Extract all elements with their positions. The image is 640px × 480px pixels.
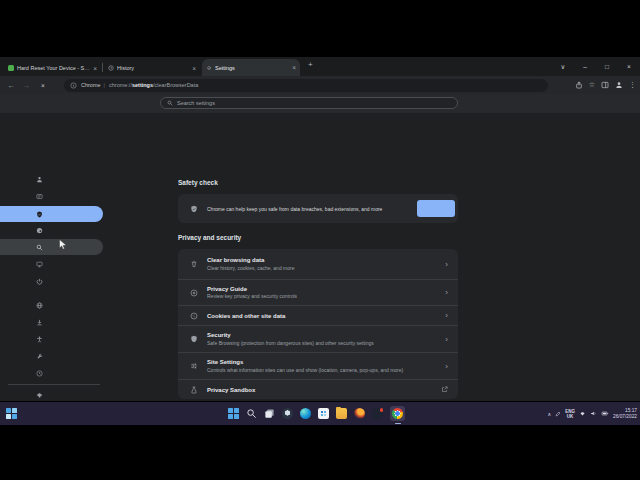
firefox-icon[interactable] — [354, 408, 365, 419]
store-icon[interactable] — [318, 408, 329, 419]
row-privacy-sandbox[interactable]: Privacy Sandbox — [178, 379, 458, 399]
volume-icon[interactable] — [590, 410, 597, 417]
flask-icon — [190, 386, 198, 394]
address-bar[interactable]: Chrome | chrome://settings/clearBrowserD… — [64, 79, 548, 92]
settings-content: Safety check Chrome can help keep you sa… — [0, 113, 640, 401]
row-security[interactable]: Security Safe Browsing (protection from … — [178, 325, 458, 352]
sidebar-item-search-engine[interactable] — [0, 239, 103, 255]
privacy-shield-icon[interactable] — [36, 211, 43, 218]
taskbar-tray: ∧ ENG UK 15:17 26/07/2022 — [548, 402, 637, 425]
battery-icon[interactable] — [601, 410, 609, 417]
widgets-icon[interactable] — [6, 408, 17, 419]
row-clear-browsing-data[interactable]: Clear browsing data Clear history, cooki… — [178, 249, 458, 279]
forward-icon[interactable]: → — [22, 81, 30, 90]
you-and-google-icon[interactable] — [36, 176, 43, 183]
autofill-icon[interactable] — [36, 193, 43, 200]
chrome-icon — [392, 408, 403, 419]
row-title: Site Settings — [207, 359, 445, 365]
info-icon[interactable] — [70, 82, 77, 89]
edge-icon[interactable] — [300, 408, 311, 419]
tab-search-icon[interactable]: ∨ — [552, 63, 574, 71]
close-tab-icon[interactable]: × — [292, 64, 296, 71]
tab-settings[interactable]: Settings × — [202, 59, 300, 76]
system-wrench-icon[interactable] — [36, 353, 43, 360]
search-engine-icon[interactable] — [36, 244, 43, 251]
row-cookies[interactable]: Cookies and other site data › — [178, 305, 458, 325]
safety-check-row: Chrome can help keep you safe from data … — [178, 194, 458, 223]
section-heading-privacy: Privacy and security — [178, 234, 241, 241]
chrome-taskbar-item[interactable] — [390, 406, 405, 421]
settings-search-strip: Search settings — [0, 94, 640, 113]
close-tab-icon[interactable]: × — [93, 65, 97, 72]
close-tab-icon[interactable]: × — [192, 65, 196, 72]
trash-icon — [190, 260, 198, 268]
url-divider: | — [104, 82, 105, 88]
privacy-card: Clear browsing data Clear history, cooki… — [178, 249, 458, 399]
tab-history[interactable]: History × — [104, 60, 200, 76]
tray-chevron-up-icon[interactable]: ∧ — [548, 411, 552, 417]
new-tab-button[interactable]: + — [308, 61, 313, 69]
media-app-icon[interactable] — [372, 408, 383, 419]
tune-sliders-icon — [190, 362, 198, 370]
on-startup-power-icon[interactable] — [36, 278, 43, 285]
task-view-icon[interactable] — [264, 408, 275, 419]
accessibility-icon[interactable] — [36, 336, 43, 343]
search-icon — [167, 100, 173, 106]
clock-date: 26/07/2022 — [613, 414, 637, 420]
check-now-button[interactable] — [417, 200, 455, 217]
clock-icon — [108, 65, 114, 71]
back-icon[interactable]: ← — [7, 81, 15, 90]
row-subtitle: Controls what information sites can use … — [207, 367, 445, 373]
appearance-icon[interactable] — [36, 227, 43, 234]
safety-check-description: Chrome can help keep you safe from data … — [207, 206, 412, 212]
tab-strip: Hard Reset Your Device - Samsu × History… — [0, 57, 640, 76]
minimize-button[interactable]: – — [574, 63, 596, 70]
taskbar-search-icon[interactable] — [246, 408, 257, 419]
row-title: Privacy Guide — [207, 286, 445, 292]
tab-hard-reset[interactable]: Hard Reset Your Device - Samsu × — [4, 60, 101, 76]
shield-check-icon — [190, 205, 198, 213]
language-indicator[interactable]: ENG UK — [565, 409, 575, 419]
settings-search-input[interactable]: Search settings — [160, 97, 458, 109]
search-placeholder: Search settings — [177, 100, 215, 106]
toolbar-actions: ☆ ⋮ — [575, 78, 636, 92]
bookmark-star-icon[interactable]: ☆ — [589, 81, 595, 89]
menu-icon[interactable]: ⋮ — [629, 81, 636, 89]
safety-check-card: Chrome can help keep you safe from data … — [178, 194, 458, 223]
row-privacy-guide[interactable]: Privacy Guide Review key privacy and sec… — [178, 279, 458, 305]
maximize-button[interactable]: □ — [596, 63, 618, 70]
close-window-button[interactable]: × — [618, 63, 640, 70]
row-subtitle: Clear history, cookies, cache, and more — [207, 265, 445, 271]
sidebar-item-privacy-and-security[interactable] — [0, 206, 103, 222]
stop-loading-icon[interactable]: × — [41, 82, 45, 89]
clock[interactable]: 15:17 26/07/2022 — [613, 408, 637, 419]
profile-avatar-icon[interactable] — [615, 81, 623, 89]
downloads-icon[interactable] — [36, 319, 43, 326]
wifi-icon[interactable] — [579, 410, 586, 417]
tab-favicon — [8, 65, 14, 71]
chat-icon[interactable] — [282, 408, 293, 419]
start-button[interactable] — [228, 408, 239, 419]
tab-title: History — [117, 65, 189, 71]
url-brand: Chrome — [81, 82, 101, 88]
side-panel-icon[interactable] — [601, 81, 609, 89]
row-title: Clear browsing data — [207, 257, 445, 263]
pen-icon[interactable] — [555, 411, 561, 417]
gear-icon — [206, 65, 212, 71]
extensions-puzzle-icon[interactable] — [36, 392, 43, 399]
privacy-guide-compass-icon — [190, 289, 198, 297]
chevron-right-icon: › — [445, 288, 448, 297]
chevron-right-icon: › — [445, 362, 448, 371]
share-icon[interactable] — [575, 81, 583, 89]
browser-toolbar: ← → × Chrome | chrome://settings/clearBr… — [0, 76, 640, 94]
languages-globe-icon[interactable] — [36, 302, 43, 309]
file-explorer-icon[interactable] — [336, 408, 347, 419]
url-host: settings — [132, 82, 153, 88]
default-browser-icon[interactable] — [36, 261, 43, 268]
chevron-right-icon: › — [445, 311, 448, 320]
reset-settings-icon[interactable] — [36, 370, 43, 377]
tab-title: Hard Reset Your Device - Samsu — [17, 65, 90, 71]
url-scheme: chrome:// — [109, 82, 132, 88]
external-link-icon — [441, 386, 448, 393]
row-site-settings[interactable]: Site Settings Controls what information … — [178, 352, 458, 379]
